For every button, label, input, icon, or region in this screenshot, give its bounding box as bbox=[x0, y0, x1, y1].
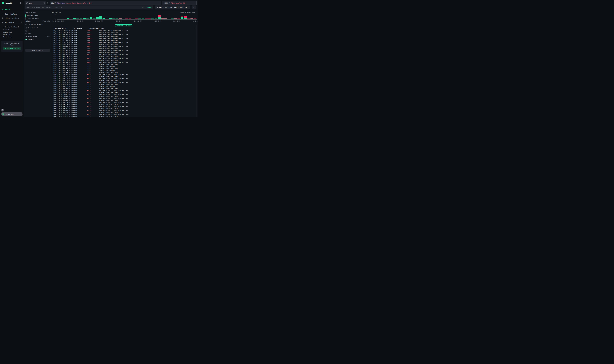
col-drag-handle[interactable]: ⋮ bbox=[87, 28, 89, 29]
table-row[interactable]: May 15 1:42:43.360 PMpaymenterrorVisa ca… bbox=[52, 34, 195, 36]
table-row[interactable]: May 15 1:41:25.373 PMpaymenterrorVisa ca… bbox=[52, 78, 195, 79]
row-expand-icon[interactable] bbox=[52, 78, 52, 79]
histogram-bar[interactable] bbox=[80, 18, 82, 19]
row-expand-icon[interactable] bbox=[52, 112, 52, 113]
col-timestamp[interactable]: Timestamp (Local) bbox=[53, 27, 71, 29]
row-expand-icon[interactable] bbox=[52, 34, 52, 35]
table-row[interactable]: May 15 1:42:13.055 PMpaymenterrorVisa ca… bbox=[52, 46, 195, 48]
row-expand-icon[interactable] bbox=[52, 60, 52, 61]
row-expand-icon[interactable] bbox=[52, 84, 52, 85]
col-drag-handle[interactable]: ⋮ bbox=[71, 28, 73, 29]
row-expand-icon[interactable] bbox=[52, 114, 52, 115]
sidebar-collapse-icon[interactable] bbox=[20, 2, 22, 4]
histogram-bar[interactable] bbox=[190, 18, 193, 19]
histogram-bar[interactable] bbox=[135, 18, 138, 19]
row-expand-icon[interactable] bbox=[52, 90, 52, 91]
histogram-bar[interactable] bbox=[83, 18, 86, 19]
row-expand-icon[interactable] bbox=[52, 76, 52, 77]
table-row[interactable]: May 15 1:41:53.260 PMpaymentinfoCharge r… bbox=[52, 67, 195, 69]
table-row[interactable]: May 15 1:41:21.652 PMpaymentinfoCharge r… bbox=[52, 83, 195, 86]
histogram-bar[interactable] bbox=[86, 18, 89, 19]
row-expand-icon[interactable] bbox=[52, 50, 52, 51]
scrollbar[interactable] bbox=[196, 25, 197, 117]
table-row[interactable]: May 15 1:40:14.511 PMpaymenterrorVisa ca… bbox=[52, 105, 195, 107]
table-row[interactable]: May 15 1:42:27.131 PMpaymenterrorVisa ca… bbox=[52, 42, 195, 44]
table-row[interactable]: May 15 1:41:57.178 PMpaymentinfoCharge r… bbox=[52, 64, 195, 66]
table-row[interactable]: May 15 1:41:30.283 PMpaymenterrorVisa ca… bbox=[52, 74, 195, 76]
clear-all-button[interactable]: Clear all bbox=[43, 20, 50, 22]
histogram-bar[interactable] bbox=[181, 16, 183, 19]
table-row[interactable]: May 15 1:40:38.462 PMpaymentinfoCharge r… bbox=[52, 95, 195, 97]
row-expand-icon[interactable] bbox=[52, 116, 52, 117]
local-mode-button[interactable]: U Local mode bbox=[1, 112, 23, 116]
row-expand-icon[interactable] bbox=[52, 70, 52, 71]
histogram-bar[interactable] bbox=[178, 18, 180, 19]
table-row[interactable]: May 15 1:41:14.361 PMpaymentinfoCharge r… bbox=[52, 87, 195, 90]
row-expand-icon[interactable] bbox=[52, 92, 52, 93]
row-expand-icon[interactable] bbox=[52, 98, 52, 99]
table-row[interactable]: May 15 1:42:36.184 PMpaymentinfoCharge r… bbox=[52, 40, 195, 42]
col-drag-handle[interactable]: ⋮ bbox=[99, 28, 100, 29]
row-expand-icon[interactable] bbox=[52, 74, 52, 75]
table-row[interactable]: May 15 1:41:57.183 PMpaymenterrorVisa ca… bbox=[52, 62, 195, 64]
sidebar-preset-item[interactable]: Kubernetes bbox=[0, 36, 24, 38]
table-row[interactable]: May 15 1:41:14.373 PMpaymentinfoTransact… bbox=[52, 85, 195, 87]
histogram-bar[interactable] bbox=[129, 18, 131, 19]
histogram-bar[interactable] bbox=[194, 18, 196, 19]
histogram-bar[interactable] bbox=[155, 18, 157, 19]
source-select[interactable]: Logs bbox=[25, 1, 46, 5]
table-row[interactable]: May 15 1:41:53.274 PMpaymentinfoTransact… bbox=[52, 65, 195, 67]
sidebar-item-client-sessions[interactable]: Client Sessions bbox=[0, 17, 24, 20]
table-row[interactable]: May 15 1:41:30.275 PMpaymentinfoCharge r… bbox=[52, 76, 195, 78]
table-row[interactable]: May 15 1:40:24.214 PMpaymentinfoCharge r… bbox=[52, 103, 195, 105]
histogram-bar[interactable] bbox=[103, 18, 105, 19]
filter-option-info[interactable]: info bbox=[26, 32, 31, 34]
run-query-button[interactable]: ▷ bbox=[192, 6, 196, 9]
row-expand-icon[interactable] bbox=[52, 68, 52, 69]
denoise-checkbox-row[interactable]: Denoise Results bbox=[26, 23, 43, 25]
col-servicename[interactable]: ⋮ServiceName bbox=[71, 27, 87, 29]
table-row[interactable]: May 15 1:42:01.824 PMpaymenterrorVisa ca… bbox=[52, 58, 195, 60]
histogram-bar[interactable] bbox=[171, 18, 174, 19]
histogram-bar[interactable] bbox=[73, 18, 76, 19]
histogram-bar[interactable] bbox=[77, 18, 79, 19]
table-row[interactable]: May 15 1:40:26.444 PMpaymentinfoCharge r… bbox=[52, 99, 195, 101]
filter-option-payment[interactable]: payment bbox=[26, 39, 34, 40]
sidebar-item-dashboards[interactable]: Dashboards bbox=[0, 21, 24, 24]
table-row[interactable]: May 15 1:41:47.823 PMpaymentinfoTransact… bbox=[52, 69, 195, 72]
table-row[interactable]: May 15 1:40:24.219 PMpaymenterrorVisa ca… bbox=[52, 101, 195, 104]
row-expand-icon[interactable] bbox=[52, 80, 52, 81]
histogram-bar[interactable] bbox=[112, 18, 115, 19]
row-expand-icon[interactable] bbox=[52, 82, 52, 83]
select-clause-input[interactable]: SELECT Timestamp, ServiceName, SeverityT… bbox=[50, 1, 161, 5]
more-filters-button[interactable]: More filters bbox=[26, 49, 50, 52]
sidebar-item-search[interactable]: Search bbox=[0, 8, 24, 11]
error-checkbox[interactable] bbox=[26, 30, 27, 32]
get-started-button[interactable]: Get Started for Free bbox=[3, 47, 21, 50]
table-row[interactable]: May 15 1:40:14.505 PMpaymentinfoCharge r… bbox=[52, 107, 195, 109]
col-severitytext[interactable]: ⋮SeverityText bbox=[87, 27, 99, 29]
histogram-bar[interactable] bbox=[93, 18, 95, 19]
mode-results-table[interactable]: Results Table bbox=[26, 14, 49, 17]
histogram-bar[interactable] bbox=[158, 15, 161, 19]
sidebar-preset-item[interactable]: Clickhouse bbox=[0, 31, 24, 33]
histogram-bar[interactable] bbox=[187, 18, 190, 19]
mode-event-patterns[interactable]: Event Patterns bbox=[26, 17, 49, 20]
table-row[interactable]: May 15 1:40:44.563 PMpaymenterrorVisa ca… bbox=[52, 90, 195, 91]
table-row[interactable]: May 15 1:41:21.678 PMpaymenterrorVisa ca… bbox=[52, 81, 195, 83]
histogram-bar[interactable] bbox=[151, 18, 154, 19]
histogram-bar[interactable] bbox=[138, 18, 141, 19]
row-expand-icon[interactable] bbox=[52, 104, 52, 105]
histogram-bar[interactable] bbox=[119, 18, 121, 19]
row-expand-icon[interactable] bbox=[52, 46, 52, 47]
histogram-bar[interactable] bbox=[90, 17, 92, 19]
histogram-bar[interactable] bbox=[99, 16, 102, 19]
filter-clear-button[interactable]: Clear bbox=[46, 36, 50, 37]
time-range-picker[interactable]: May 15 13:32:00 - May 15 13:43:00 bbox=[155, 6, 190, 9]
row-expand-icon[interactable] bbox=[52, 40, 52, 41]
table-row[interactable]: May 15 1:42:26.920 PMpaymentinfoCharge r… bbox=[52, 44, 195, 46]
row-expand-icon[interactable] bbox=[52, 110, 52, 111]
table-row[interactable]: May 15 1:40:07.413 PMpaymenterrorVisa ca… bbox=[52, 113, 195, 115]
row-expand-icon[interactable] bbox=[52, 102, 52, 103]
scrollbar-thumb[interactable] bbox=[197, 26, 197, 61]
